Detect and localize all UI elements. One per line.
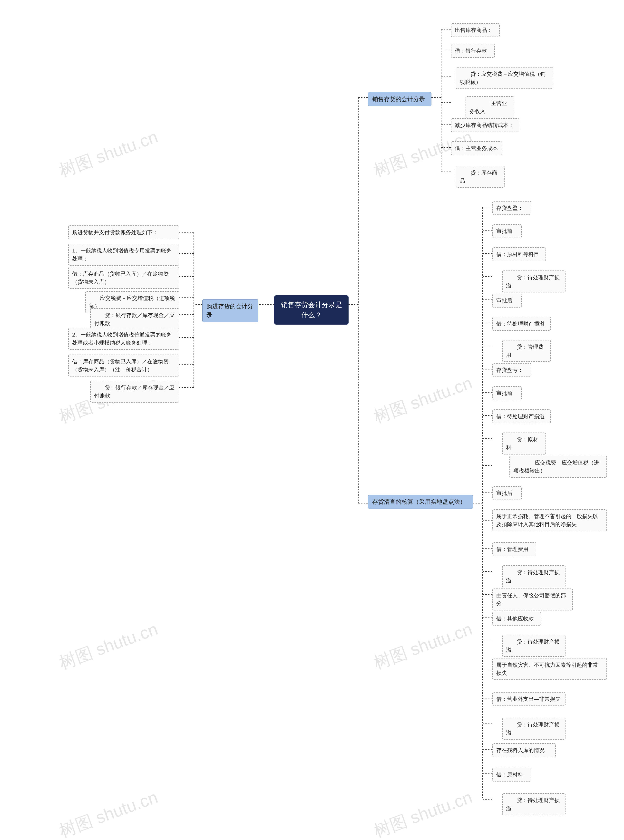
r2-leaf: 属于正常损耗、管理不善引起的一般损失以及扣除应计入其他科目后的净损失 [493, 509, 607, 531]
r2-leaf: 存在残料入库的情况 [493, 743, 556, 757]
r2-leaf: 审批后 [493, 486, 522, 500]
r2-leaf: 贷：待处理财产损溢 [502, 718, 565, 740]
r2-leaf: 借：营业外支出—非常损失 [493, 692, 565, 706]
r2-leaf: 审批后 [493, 294, 522, 308]
r1-leaf: 借：银行存款 [451, 44, 495, 58]
r2-leaf: 由责任人、保险公司赔偿的部分 [493, 589, 573, 610]
r2-leaf: 借：原材料等科目 [493, 247, 546, 261]
r2-leaf: 借：待处理财产损溢 [493, 409, 551, 423]
left-leaf: 1、一般纳税人收到增值税专用发票的账务处理： [68, 244, 179, 266]
r1-leaf: 出售库存商品： [451, 23, 500, 37]
r2-leaf: 存货盘亏： [493, 363, 531, 377]
r2-leaf: 借：其他应收款 [493, 612, 541, 626]
r2-leaf: 应交税费—应交增值税（进项税额转出） [510, 456, 607, 478]
r2-leaf: 贷：待处理财产损溢 [502, 566, 565, 587]
watermark: 树图 shutu.cn [56, 618, 161, 675]
watermark: 树图 shutu.cn [371, 786, 476, 840]
r2-leaf: 审批前 [493, 386, 522, 400]
r2-leaf: 存货盘盈： [493, 201, 531, 215]
r2-leaf: 属于自然灾害、不可抗力因素等引起的非常损失 [493, 658, 607, 680]
left-leaf: 购进货物并支付货款账务处理如下： [68, 225, 179, 239]
branch-right-2: 存货清查的核算（采用实地盘点法） [368, 495, 473, 509]
r2-leaf: 贷：管理费用 [502, 340, 551, 362]
left-leaf: 2、一般纳税人收到增值税普通发票的账务处理或者小规模纳税人账务处理： [68, 328, 179, 350]
branch-left: 购进存货的会计分录 [202, 299, 258, 322]
r1-leaf: 贷：应交税费－应交增值税（销项税额） [456, 67, 553, 89]
r2-leaf: 贷：待处理财产损溢 [502, 270, 565, 293]
left-leaf: 借：库存商品（货物已入库）／在途物资（货物未入库）（注：价税合计） [68, 354, 179, 376]
left-leaf: 贷：银行存款／库存现金／应付账款 [90, 308, 179, 330]
r2-leaf: 贷：待处理财产损溢 [502, 793, 565, 815]
r1-leaf: 贷：库存商品 [456, 166, 505, 188]
watermark: 树图 shutu.cn [56, 786, 161, 840]
watermark: 树图 shutu.cn [371, 371, 476, 428]
left-leaf: 借：库存商品（货物已入库）／在途物资（货物未入库） [68, 267, 179, 289]
left-leaf: 贷：银行存款／库存现金／应付账款 [90, 381, 179, 402]
r2-leaf: 贷：待处理财产损溢 [502, 635, 565, 657]
r2-leaf: 借：待处理财产损溢 [493, 317, 551, 331]
branch-right-1: 销售存货的会计分录 [368, 92, 431, 106]
r2-leaf: 审批前 [493, 224, 522, 238]
r2-leaf: 借：原材料 [493, 768, 531, 781]
watermark: 树图 shutu.cn [371, 618, 476, 675]
watermark: 树图 shutu.cn [56, 125, 161, 182]
r1-leaf: 借：主营业务成本 [451, 141, 502, 155]
r2-leaf: 借：管理费用 [493, 542, 536, 556]
center-node: 销售存货会计分录是什么？ [274, 295, 349, 325]
r1-leaf: 主营业务收入 [466, 96, 514, 118]
r2-leaf: 贷：原材料 [502, 433, 546, 455]
r1-leaf: 减少库存商品结转成本： [451, 118, 519, 132]
